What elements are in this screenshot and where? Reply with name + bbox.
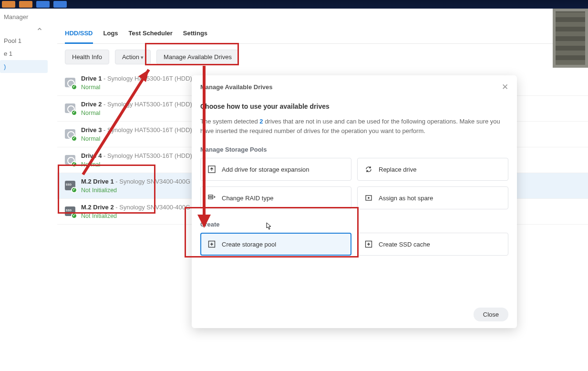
option-add-drive-expansion[interactable]: Add drive for storage expansion <box>200 158 351 181</box>
replace-icon <box>364 165 373 174</box>
drive-name: Drive 2 <box>81 101 102 108</box>
drive-model: - Synology HAT5300-16T (HDD) <box>103 152 192 159</box>
taskbar <box>0 0 588 9</box>
hdd-icon <box>65 155 75 165</box>
health-info-button[interactable]: Health Info <box>65 50 109 64</box>
option-change-raid[interactable]: Change RAID type <box>200 186 351 209</box>
option-label: Assign as hot spare <box>379 195 433 202</box>
plus-icon <box>364 240 373 248</box>
sidebar-collapse-icon[interactable] <box>0 24 48 34</box>
sidebar: Pool 1 e 1 ) <box>0 24 48 73</box>
hdd-icon <box>65 78 75 88</box>
expand-icon <box>207 165 216 174</box>
taskbar-icon[interactable] <box>53 1 67 8</box>
drive-name: Drive 3 <box>81 126 102 134</box>
annotation-box <box>145 43 239 65</box>
drive-model: - Synology HAT5300-16T (HDD) <box>103 75 192 82</box>
drive-name: Drive 4 <box>81 152 102 159</box>
drive-name: Drive 1 <box>81 75 102 82</box>
sidebar-item-volume[interactable]: e 1 <box>0 47 48 60</box>
svg-rect-3 <box>208 195 213 196</box>
raid-icon <box>207 194 216 202</box>
hdd-icon <box>65 103 75 114</box>
option-label: Change RAID type <box>222 195 273 202</box>
thumbnail-strip <box>553 9 588 68</box>
tab-hdd-ssd[interactable]: HDD/SSD <box>65 30 93 44</box>
hdd-icon <box>65 129 75 140</box>
tab-test-scheduler[interactable]: Test Scheduler <box>129 30 173 43</box>
option-label: Create SSD cache <box>379 241 430 248</box>
tab-logs[interactable]: Logs <box>103 30 118 43</box>
option-label: Replace drive <box>379 166 417 173</box>
sidebar-item-pool[interactable]: Pool 1 <box>0 34 48 47</box>
option-create-ssd-cache[interactable]: Create SSD cache <box>357 233 508 256</box>
option-replace-drive[interactable]: Replace drive <box>357 158 508 181</box>
svg-rect-4 <box>208 197 213 199</box>
tab-settings[interactable]: Settings <box>183 30 207 43</box>
manage-drives-modal: Manage Available Drives ✕ Choose how to … <box>192 75 517 328</box>
modal-heading: Choose how to use your available drives <box>200 103 508 110</box>
taskbar-icon[interactable] <box>36 1 50 8</box>
modal-title: Manage Available Drives <box>200 83 273 91</box>
modal-description: The system detected 2 drives that are no… <box>200 117 508 135</box>
taskbar-icon[interactable] <box>2 1 15 8</box>
sidebar-item-drives[interactable]: ) <box>0 60 48 73</box>
annotation-box <box>185 207 359 258</box>
hotspare-icon <box>364 194 373 202</box>
close-button[interactable]: Close <box>474 308 508 321</box>
drive-model: - Synology HAT5300-16T (HDD) <box>103 126 192 134</box>
option-hot-spare[interactable]: Assign as hot spare <box>357 186 508 209</box>
option-label: Add drive for storage expansion <box>222 166 309 173</box>
tabs: HDD/SSD Logs Test Scheduler Settings <box>57 24 588 44</box>
toolbar: Health Info Action Manage Available Driv… <box>57 44 588 70</box>
taskbar-icon[interactable] <box>19 1 32 8</box>
section-manage-pools: Manage Storage Pools <box>200 146 508 153</box>
drive-model: - Synology HAT5300-16T (HDD) <box>103 101 192 108</box>
annotation-box <box>58 165 155 214</box>
close-icon[interactable]: ✕ <box>502 82 508 92</box>
window-title: Manager <box>0 9 588 24</box>
